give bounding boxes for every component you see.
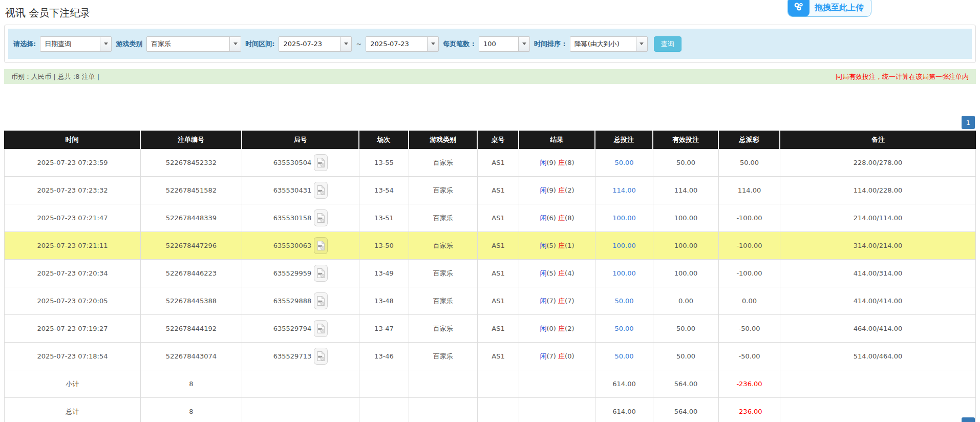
cell-valid-bet: 50.00	[653, 343, 719, 370]
cell-note: 414.00/314.00	[780, 260, 976, 287]
result-player-score: (9)	[547, 186, 556, 194]
chevron-down-icon[interactable]	[340, 37, 351, 51]
video-file-icon	[316, 351, 325, 362]
time-sort-combobox[interactable]	[570, 36, 648, 52]
cell-result: 闲(5) 庄(4)	[519, 260, 595, 287]
cell-bet-number: 522678448339	[141, 204, 242, 232]
cell-time: 2025-07-23 07:20:05	[4, 287, 141, 315]
cell-table-number: AS1	[478, 149, 519, 177]
cell-round-number: 635529888	[273, 297, 311, 305]
total-bet-link[interactable]: 114.00	[612, 186, 636, 194]
video-file-icon	[316, 157, 325, 168]
cell-bet-number: 522678452332	[141, 149, 242, 177]
subtotal-label: 小计	[4, 370, 141, 398]
cell-round-number: 635529713	[273, 352, 311, 360]
chevron-down-icon[interactable]	[518, 37, 529, 51]
total-bet-link[interactable]: 100.00	[612, 214, 636, 222]
range-tilde: ~	[356, 40, 361, 48]
chevron-down-icon[interactable]	[100, 37, 111, 51]
date-to-input[interactable]	[366, 37, 427, 51]
result-player-label: 闲	[540, 297, 547, 305]
cell-result: 闲(7) 庄(7)	[519, 287, 595, 315]
date-from-input[interactable]	[279, 37, 340, 51]
time-sort-input[interactable]	[570, 37, 636, 51]
result-banker-label: 庄	[558, 186, 565, 194]
cell-session: 13-55	[359, 149, 409, 177]
result-player-label: 闲	[540, 214, 547, 222]
table-row: 2025-07-23 07:19:27 522678444192 6355297…	[4, 315, 976, 343]
video-replay-button[interactable]	[314, 292, 328, 309]
video-replay-button[interactable]	[314, 209, 328, 226]
video-replay-button[interactable]	[314, 237, 328, 254]
video-file-icon	[316, 268, 325, 279]
total-bet-link[interactable]: 100.00	[612, 269, 636, 277]
cell-game-type: 百家乐	[409, 315, 478, 343]
cell-payout: -100.00	[719, 260, 780, 287]
cell-valid-bet: 100.00	[653, 232, 719, 260]
result-banker-label: 庄	[558, 325, 565, 332]
cell-result: 闲(0) 庄(2)	[519, 315, 595, 343]
result-player-score: (0)	[547, 325, 556, 332]
game-type-combobox[interactable]	[146, 36, 241, 52]
date-to-picker[interactable]	[366, 36, 439, 52]
filter-panel: 请选择: 游戏类别 时间区间: ~ 每页笔数 : 时间排序 :	[4, 25, 976, 63]
chevron-down-icon[interactable]	[427, 37, 438, 51]
chevron-down-icon[interactable]	[636, 37, 647, 51]
game-type-label: 游戏类别	[116, 39, 142, 49]
result-banker-score: (2)	[565, 325, 574, 332]
total-valid-bet: 564.00	[653, 398, 719, 422]
cell-note: 514.00/464.00	[780, 343, 976, 370]
cell-valid-bet: 50.00	[653, 149, 719, 177]
query-type-combobox[interactable]	[40, 36, 112, 52]
cell-time: 2025-07-23 07:23:32	[4, 177, 141, 204]
cell-time: 2025-07-23 07:21:47	[4, 204, 141, 232]
result-banker-score: (4)	[565, 269, 574, 277]
video-replay-button[interactable]	[314, 182, 328, 199]
cell-time: 2025-07-23 07:21:11	[4, 232, 141, 260]
cell-payout: 114.00	[719, 177, 780, 204]
page-title: 视讯 会员下注纪录	[5, 6, 90, 20]
pagination-page-1-bottom[interactable]: 1	[962, 417, 975, 422]
summary-bar: 币别：人民币 | 总共 :8 注单 | 同局有效投注，统一计算在该局第一张注单内	[4, 69, 976, 84]
header-bet-number: 注单编号	[141, 131, 242, 149]
netdisk-cloud-icon	[788, 0, 809, 16]
video-replay-button[interactable]	[314, 265, 328, 282]
total-bet-link[interactable]: 100.00	[612, 242, 636, 249]
drag-upload-widget[interactable]: 拖拽至此上传	[787, 0, 871, 17]
video-replay-button[interactable]	[314, 320, 328, 337]
result-banker-score: (8)	[565, 214, 574, 222]
result-player-label: 闲	[540, 159, 547, 166]
result-banker-label: 庄	[558, 159, 565, 166]
bet-records-table: 时间 注单编号 局号 场次 游戏类别 桌号 结果 总投注 有效投注 总派彩 备注…	[4, 131, 976, 422]
page-size-input[interactable]	[479, 37, 518, 51]
video-replay-button[interactable]	[314, 154, 328, 171]
video-replay-button[interactable]	[314, 348, 328, 365]
total-bet-link[interactable]: 50.00	[614, 325, 633, 332]
subtotal-total-bet: 614.00	[595, 370, 653, 398]
total-bet-link[interactable]: 50.00	[614, 159, 633, 166]
result-player-score: (5)	[547, 242, 556, 249]
cell-result: 闲(7) 庄(0)	[519, 343, 595, 370]
date-from-picker[interactable]	[279, 36, 352, 52]
cell-game-type: 百家乐	[409, 232, 478, 260]
chevron-down-icon[interactable]	[229, 37, 241, 51]
cell-game-type: 百家乐	[409, 260, 478, 287]
cell-payout: -50.00	[719, 315, 780, 343]
total-bet-link[interactable]: 50.00	[614, 352, 633, 360]
cell-valid-bet: 100.00	[653, 260, 719, 287]
cell-bet-number: 522678444192	[141, 315, 242, 343]
result-banker-score: (1)	[565, 242, 574, 249]
result-player-label: 闲	[540, 242, 547, 249]
video-file-icon	[316, 185, 325, 196]
total-bet-link[interactable]: 50.00	[614, 297, 633, 305]
page-size-combobox[interactable]	[479, 36, 530, 52]
query-type-input[interactable]	[40, 37, 100, 51]
search-button[interactable]: 查询	[654, 36, 681, 52]
pagination-page-1-top[interactable]: 1	[962, 116, 975, 129]
game-type-input[interactable]	[147, 37, 229, 51]
total-label: 总计	[4, 398, 141, 422]
result-player-label: 闲	[540, 186, 547, 194]
subtotal-row: 小计 8 614.00 564.00 -236.00	[4, 370, 976, 398]
table-row: 2025-07-23 07:20:34 522678446223 6355299…	[4, 260, 976, 287]
table-body: 2025-07-23 07:23:59 522678452332 6355305…	[4, 149, 976, 370]
